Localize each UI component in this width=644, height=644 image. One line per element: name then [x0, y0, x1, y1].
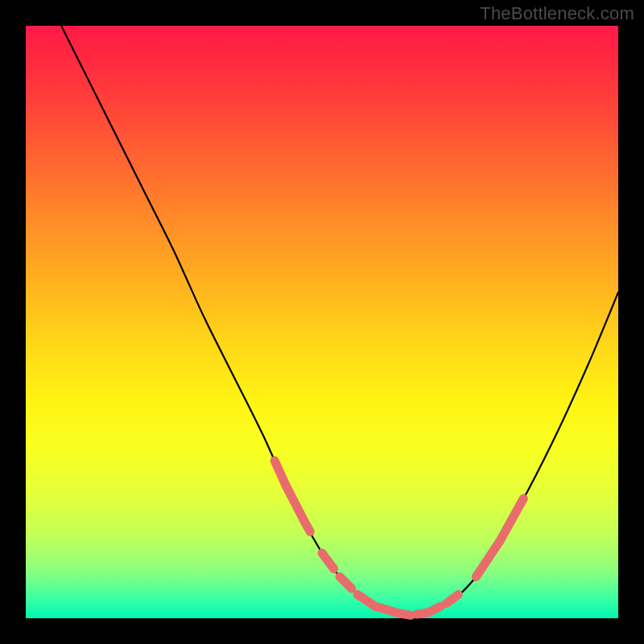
watermark-text: TheBottleneck.com [480, 3, 634, 24]
highlight-segment [322, 553, 334, 569]
highlight-segment [399, 613, 411, 615]
highlight-segment [447, 595, 459, 604]
highlight-segment [340, 576, 352, 588]
highlight-segment [304, 521, 310, 531]
highlight-segment [287, 487, 304, 522]
curve-svg [26, 26, 618, 618]
plot-area [26, 26, 618, 618]
curve-group [61, 26, 618, 615]
highlight-segment [512, 498, 524, 519]
highlight-segment [476, 541, 499, 576]
chart-frame: TheBottleneck.com [0, 0, 644, 644]
bottleneck-curve [61, 26, 618, 615]
highlight-segment [428, 606, 440, 612]
